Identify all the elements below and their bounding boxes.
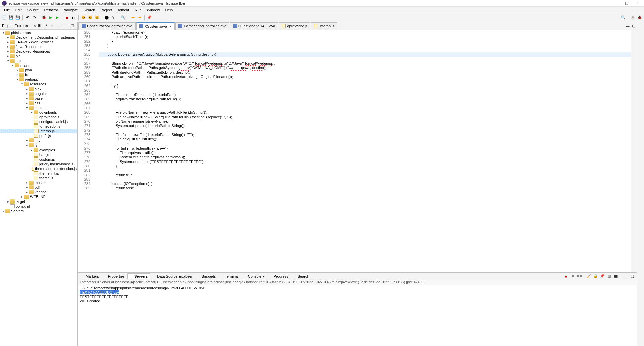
- console-tab-snippets[interactable]: Snippets: [195, 274, 218, 279]
- tree-toggle-icon[interactable]: ▸: [15, 73, 19, 76]
- menu-search[interactable]: Search: [81, 7, 98, 13]
- tree-item[interactable]: ▾webapp: [0, 77, 77, 82]
- tree-toggle-icon[interactable]: ▾: [20, 82, 24, 86]
- code-editor[interactable]: } catch(Exception e){ e.printStackTrace(…: [98, 30, 631, 272]
- display-selected-icon[interactable]: ▥: [606, 273, 612, 279]
- menu-help[interactable]: Help: [163, 7, 176, 13]
- terminate-icon[interactable]: ■: [563, 273, 569, 279]
- editor-minimize-icon[interactable]: —: [625, 23, 631, 29]
- tree-toggle-icon[interactable]: ▾: [15, 78, 19, 81]
- tree-item[interactable]: ▸target: [0, 199, 77, 204]
- tree-item[interactable]: ▸WEB-INF: [0, 194, 77, 199]
- view-menu-icon[interactable]: ⋮: [56, 23, 62, 29]
- run-icon[interactable]: ▶: [48, 15, 54, 21]
- maximize-view-icon[interactable]: ▢: [69, 23, 75, 29]
- tree-item[interactable]: ▸JAX-WS Web Services: [0, 40, 77, 44]
- tree-item[interactable]: ▸base: [0, 96, 77, 101]
- collapse-all-icon[interactable]: ⊟: [36, 23, 42, 29]
- tree-toggle-icon[interactable]: ▸: [25, 101, 29, 105]
- console-tab-progress[interactable]: Progress: [267, 274, 290, 279]
- editor-tab[interactable]: interno.js: [311, 22, 337, 30]
- link-editor-icon[interactable]: ⇄: [43, 23, 49, 29]
- tree-item[interactable]: ▾src: [0, 58, 77, 63]
- tree-item[interactable]: jquery.maskMoney.js: [0, 162, 77, 166]
- tree-toggle-icon[interactable]: ▸: [25, 92, 29, 95]
- search-icon[interactable]: 🔍: [120, 15, 126, 21]
- tomcat-restart-icon[interactable]: 🐱: [94, 15, 100, 21]
- tomcat-stop-icon[interactable]: 🐱: [87, 15, 93, 21]
- menu-edit[interactable]: Edit: [13, 7, 24, 13]
- perspective-java-icon[interactable]: ☕: [630, 15, 636, 21]
- menu-navigate[interactable]: Navigate: [61, 7, 80, 13]
- maximize-button[interactable]: ▢: [622, 1, 631, 6]
- tree-item[interactable]: perfil.js: [0, 133, 77, 138]
- tree-item[interactable]: ▾resources: [0, 82, 77, 86]
- run-ext-icon[interactable]: ▶: [54, 15, 60, 21]
- tree-item[interactable]: ▸vendor: [0, 190, 77, 194]
- tree-item[interactable]: theme.init.js: [0, 171, 77, 176]
- tree-toggle-icon[interactable]: ▸: [6, 54, 10, 58]
- pin-icon[interactable]: 📌: [146, 15, 152, 21]
- clear-console-icon[interactable]: 🧹: [586, 273, 592, 279]
- menu-refactor[interactable]: Refactor: [42, 7, 61, 13]
- console-tab-properties[interactable]: Properties: [102, 274, 127, 279]
- tree-item[interactable]: ▸Deployed Resources: [0, 49, 77, 54]
- tree-item[interactable]: aprovador.js: [0, 115, 77, 119]
- tree-item[interactable]: ▸master: [0, 180, 77, 185]
- tree-toggle-icon[interactable]: ▸: [15, 68, 19, 72]
- console-tab-servers[interactable]: Servers: [127, 273, 150, 279]
- fold-gutter[interactable]: [93, 30, 98, 272]
- save-icon[interactable]: 💾: [8, 15, 14, 21]
- menu-tomcat[interactable]: Tomcat: [115, 7, 132, 13]
- console-tab-terminal[interactable]: Terminal: [218, 274, 241, 279]
- tree-toggle-icon[interactable]: ▾: [25, 143, 29, 147]
- undo-icon[interactable]: ↶: [24, 15, 31, 21]
- console-minimize-icon[interactable]: —: [623, 273, 629, 279]
- filter-icon[interactable]: ▿: [49, 23, 55, 29]
- nav-fwd-icon[interactable]: ➡: [137, 15, 143, 21]
- breakpoint-icon[interactable]: ⬤: [104, 15, 110, 21]
- tree-toggle-icon[interactable]: ▸: [30, 111, 34, 114]
- tree-item[interactable]: ▸java: [0, 68, 77, 72]
- tree-toggle-icon[interactable]: ▸: [6, 45, 10, 48]
- quick-access-icon[interactable]: 🔍: [620, 15, 626, 21]
- console-tab-search[interactable]: Search: [291, 274, 311, 279]
- editor-tab[interactable]: ConfiguracaoController.java: [78, 22, 136, 30]
- tree-toggle-icon[interactable]: ▾: [11, 64, 15, 67]
- tree-item[interactable]: ▸bin: [0, 54, 77, 58]
- tree-item[interactable]: ▸downloads: [0, 110, 77, 115]
- editor-tab[interactable]: XSystem.java×: [136, 22, 175, 30]
- console-tab-markers[interactable]: Markers: [79, 274, 101, 279]
- tree-toggle-icon[interactable]: ▸: [6, 36, 10, 39]
- tree-item[interactable]: ▸Servers: [0, 209, 77, 213]
- tree-toggle-icon[interactable]: ▸: [25, 181, 29, 184]
- tree-toggle-icon[interactable]: ▸: [25, 87, 29, 91]
- tree-toggle-icon[interactable]: ▸: [6, 40, 10, 44]
- scroll-lock-icon[interactable]: 🔒: [593, 273, 599, 279]
- tree-item[interactable]: ▸angular: [0, 91, 77, 96]
- menu-window[interactable]: Window: [144, 7, 162, 13]
- menu-source[interactable]: Source: [24, 7, 42, 13]
- console-maximize-icon[interactable]: ▢: [629, 273, 635, 279]
- tree-item[interactable]: interno.js: [0, 129, 77, 133]
- tab-close-icon[interactable]: ×: [170, 24, 172, 28]
- nav-back-icon[interactable]: ⬅: [130, 15, 136, 21]
- tomcat-start-icon[interactable]: 🐱: [80, 15, 87, 21]
- tree-item[interactable]: ▸ajax: [0, 86, 77, 91]
- tree-item[interactable]: ▾main: [0, 63, 77, 68]
- open-console-icon[interactable]: ▦: [613, 273, 619, 279]
- editor-maximize-icon[interactable]: ▢: [631, 23, 637, 29]
- tree-toggle-icon[interactable]: ▸: [1, 209, 5, 213]
- tree-item[interactable]: ▾phfsistemas: [0, 30, 77, 35]
- perspective-debug-icon[interactable]: 🐞: [637, 15, 643, 21]
- tree-item[interactable]: configuracaoini.js: [0, 119, 77, 124]
- tree-item[interactable]: ▾custom: [0, 105, 77, 110]
- close-button[interactable]: ✕: [633, 1, 642, 6]
- project-tree[interactable]: ▾phfsistemas▸Deployment Descriptor: phfs…: [0, 30, 77, 346]
- tree-item[interactable]: ▸br: [0, 72, 77, 77]
- tree-item[interactable]: ▸examples: [0, 148, 77, 152]
- skip-icon[interactable]: ⏭: [71, 15, 77, 21]
- tree-item[interactable]: bari.js: [0, 152, 77, 157]
- tree-item[interactable]: ▸img: [0, 138, 77, 143]
- pin-console-icon[interactable]: 📌: [599, 273, 605, 279]
